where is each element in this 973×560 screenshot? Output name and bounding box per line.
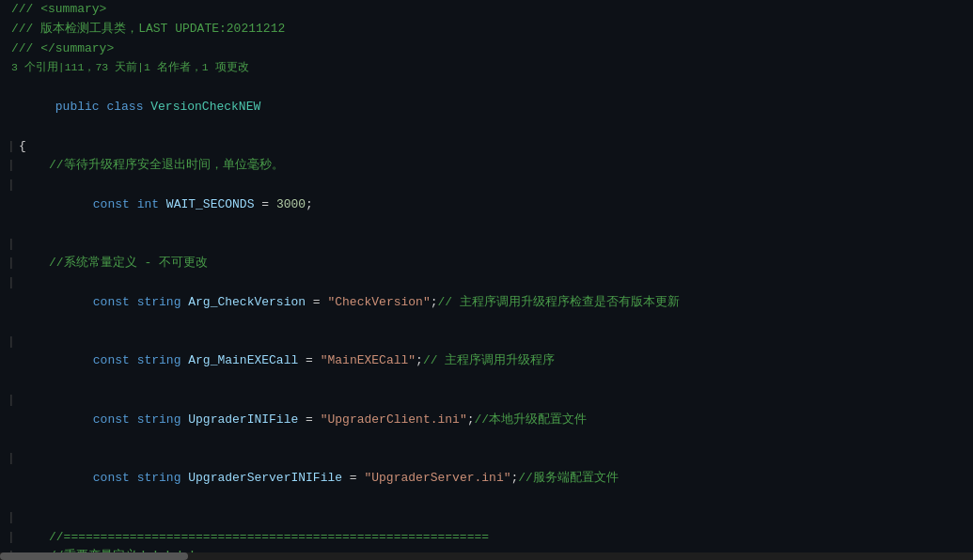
code-line-12: | const string Arg_MainEXECall = "MainEX… — [0, 333, 973, 391]
line-text: //系统常量定义 - 不可更改 — [49, 256, 208, 270]
line-text: { — [19, 139, 26, 153]
line-text: 3 个引用|111，73 天前|1 名作者，1 项更改 — [11, 61, 249, 73]
code-line-9: | — [0, 235, 973, 255]
code-line-7: | //等待升级程序安全退出时间，单位毫秒。 — [0, 156, 973, 176]
code-line-10: | //系统常量定义 - 不可更改 — [0, 254, 973, 273]
code-line-6: | { — [0, 137, 973, 157]
operator: = — [254, 197, 275, 211]
code-line-4: 3 个引用|111，73 天前|1 名作者，1 项更改 — [0, 58, 973, 78]
code-editor: /// <summary> /// 版本检测工具类，LAST UPDATE:20… — [0, 0, 973, 560]
scrollbar[interactable] — [0, 552, 973, 560]
keyword-class: class — [106, 100, 150, 114]
line-text: /// </summary> — [11, 41, 114, 55]
code-line-2: /// 版本检测工具类，LAST UPDATE:20211212 — [0, 20, 973, 39]
kw-int: int — [137, 197, 166, 211]
code-line-15: | — [0, 508, 973, 528]
line-text: //等待升级程序安全退出时间，单位毫秒。 — [49, 158, 284, 172]
code-line-1: /// <summary> — [0, 0, 973, 20]
line-text: /// <summary> — [11, 2, 106, 16]
code-line-11: | const string Arg_CheckVersion = "Check… — [0, 273, 973, 332]
var-name: WAIT_SECONDS — [166, 197, 255, 211]
kw-const: const — [93, 197, 137, 211]
code-line-13: | const string UpgraderINIFile = "Upgrad… — [0, 391, 973, 449]
line-text: /// 版本检测工具类，LAST UPDATE:20211212 — [11, 22, 285, 36]
code-line-3: /// </summary> — [0, 39, 973, 59]
code-line-8: | const int WAIT_SECONDS = 3000; — [0, 176, 973, 234]
code-line-16: | //====================================… — [0, 528, 973, 548]
class-name: VersionCheckNEW — [150, 100, 260, 114]
separator-line: //======================================… — [49, 530, 489, 544]
number-val: 3000 — [276, 197, 306, 211]
keyword-public: public — [55, 100, 107, 114]
code-line-5: public class VersionCheckNEW — [0, 78, 973, 136]
scrollbar-thumb[interactable] — [0, 552, 188, 560]
code-line-14: | const string UpgraderServerINIFile = "… — [0, 449, 973, 507]
